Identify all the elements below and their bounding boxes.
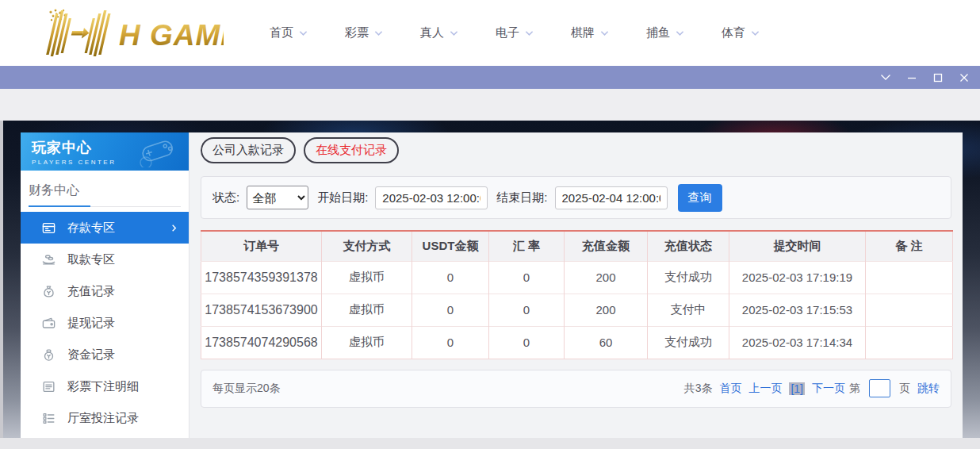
jump-action-link[interactable]: 跳转 [917, 382, 940, 396]
table-cell [866, 261, 953, 294]
sidebar-item-withdraw-zone[interactable]: 取款专区 [21, 244, 189, 275]
column-header: USDT金额 [412, 231, 489, 261]
record-tabs: 公司入款记录 在线支付记录 [201, 137, 951, 163]
spacer-band [0, 89, 980, 121]
nav-item-live[interactable]: 真人 [420, 25, 458, 40]
search-button[interactable]: 查询 [678, 184, 722, 212]
nav-chevron-down-icon [600, 30, 609, 36]
window-title-bar [0, 66, 980, 89]
tab-online-payment-records[interactable]: 在线支付记录 [304, 137, 399, 163]
table-cell: 虚拟币 [322, 294, 412, 326]
deposit-icon [41, 221, 56, 236]
table-cell: 2025-02-03 17:19:19 [729, 261, 866, 294]
table-cell: 支付成功 [648, 326, 729, 359]
table-cell: 1738574074290568 [201, 326, 322, 359]
sidebar-item-label: 存款专区 [67, 221, 115, 236]
sidebar-item-label: 资金记录 [67, 347, 115, 363]
sidebar-menu: 存款专区取款专区充值记录提现记录资金记录彩票下注明细厅室投注记录 [21, 212, 189, 434]
sidebar: 玩家中心 PLAYERS CENTER 财务中心 存款专区取款专区充值记录提现记… [21, 132, 189, 438]
table-cell: 虚拟币 [322, 326, 412, 359]
first-page-link[interactable]: 首页 [719, 382, 741, 396]
content-panel: 公司入款记录 在线支付记录 状态: 全部 开始日期: 结束日期: 查询 订单号支… [189, 132, 963, 438]
brand-logo[interactable]: H GAME [16, 7, 228, 59]
sidebar-item-withdraw-record[interactable]: 提现记录 [21, 307, 189, 339]
table-header-row: 订单号支付方式USDT金额汇 率充值金额充值状态提交时间备 注 [201, 231, 953, 261]
status-label: 状态: [212, 190, 239, 205]
nav-chevron-down-icon [374, 30, 383, 36]
nav-item-fishing[interactable]: 捕鱼 [646, 25, 684, 40]
table-row: 1738574359391378虚拟币00200支付成功2025-02-03 1… [201, 261, 953, 294]
nav-item-label: 捕鱼 [646, 25, 670, 40]
maximize-icon [932, 72, 944, 83]
sidebar-item-funds-record[interactable]: 资金记录 [21, 339, 189, 370]
nav-item-label: 电子 [496, 25, 519, 40]
table-cell [866, 326, 953, 359]
table-cell: 2025-02-03 17:15:53 [729, 294, 866, 326]
brand-logo-graphic: H GAME [16, 7, 224, 56]
sidebar-item-label: 彩票下注明细 [67, 379, 139, 394]
funds-record-icon [41, 347, 56, 363]
table-cell: 60 [565, 326, 648, 359]
logo-mark [46, 10, 112, 56]
total-count-text: 共3条 [684, 382, 713, 396]
nav-item-home[interactable]: 首页 [270, 25, 308, 40]
window-dropdown-button[interactable] [877, 69, 894, 86]
sidebar-item-recharge-record[interactable]: 充值记录 [21, 275, 189, 307]
table-cell: 1738574359391378 [201, 261, 322, 294]
finance-section-title: 财务中心 [21, 171, 189, 206]
page-jump-input[interactable] [869, 379, 890, 397]
pager: 共3条 首页 上一页 [1] 下一页 第 页 跳转 [684, 379, 940, 397]
column-header: 备 注 [866, 231, 953, 261]
current-page-indicator: [1] [789, 382, 805, 395]
main-region: 玩家中心 PLAYERS CENTER 财务中心 存款专区取款专区充值记录提现记… [0, 121, 980, 438]
site-header: H GAME 首页彩票真人电子棋牌捕鱼体育 [0, 0, 980, 66]
start-date-input[interactable] [375, 186, 488, 209]
logo-text: H GAME [119, 19, 224, 52]
sidebar-item-lottery-detail[interactable]: 彩票下注明细 [21, 370, 189, 402]
recharge-record-icon [41, 284, 56, 299]
nav-chevron-down-icon [676, 30, 684, 36]
window-minimize-button[interactable] [903, 69, 920, 86]
sidebar-title: 玩家中心 [32, 138, 189, 157]
withdrawal-record-icon [41, 316, 56, 331]
close-icon [959, 72, 970, 83]
sidebar-item-hall-bet-record[interactable]: 厅室投注记录 [21, 402, 189, 434]
nav-item-label: 彩票 [345, 25, 369, 40]
table-cell [866, 294, 953, 326]
jump-suffix-label: 页 [899, 382, 910, 396]
players-center-header: 玩家中心 PLAYERS CENTER [21, 132, 189, 171]
nav-chevron-down-icon [299, 30, 308, 36]
sidebar-item-label: 取款专区 [67, 252, 115, 267]
next-page-link[interactable]: 下一页 [812, 382, 845, 396]
table-cell: 支付成功 [648, 261, 729, 294]
nav-item-lottery[interactable]: 彩票 [345, 25, 383, 40]
table-cell: 1738574153673900 [201, 294, 322, 326]
start-date-label: 开始日期: [317, 190, 368, 205]
prev-page-link[interactable]: 上一页 [748, 382, 782, 396]
minimize-icon [906, 72, 917, 83]
tab-company-deposit-records[interactable]: 公司入款记录 [201, 137, 296, 163]
column-header: 支付方式 [322, 231, 412, 261]
payment-records-table: 订单号支付方式USDT金额汇 率充值金额充值状态提交时间备 注 17385743… [201, 230, 953, 359]
nav-item-sports[interactable]: 体育 [722, 25, 760, 40]
chevron-down-icon [880, 74, 891, 81]
table-cell: 0 [489, 261, 565, 294]
lottery-detail-icon [41, 379, 56, 394]
nav-chevron-down-icon [450, 30, 458, 36]
nav-item-label: 首页 [270, 25, 293, 40]
column-header: 充值状态 [648, 231, 729, 261]
window-close-button[interactable] [955, 69, 972, 86]
end-date-input[interactable] [555, 186, 668, 209]
sidebar-item-label: 充值记录 [67, 284, 115, 299]
chevron-right-icon [170, 224, 178, 232]
table-cell: 0 [412, 294, 489, 326]
nav-item-board[interactable]: 棋牌 [571, 25, 609, 40]
status-select[interactable]: 全部 [247, 186, 308, 209]
column-header: 充值金额 [565, 231, 648, 261]
window-maximize-button[interactable] [929, 69, 946, 86]
withdraw-icon [41, 252, 56, 267]
nav-item-slots[interactable]: 电子 [496, 25, 534, 40]
sidebar-item-label: 提现记录 [67, 316, 115, 331]
sidebar-item-deposit-zone[interactable]: 存款专区 [21, 212, 189, 244]
table-cell: 200 [565, 261, 648, 294]
